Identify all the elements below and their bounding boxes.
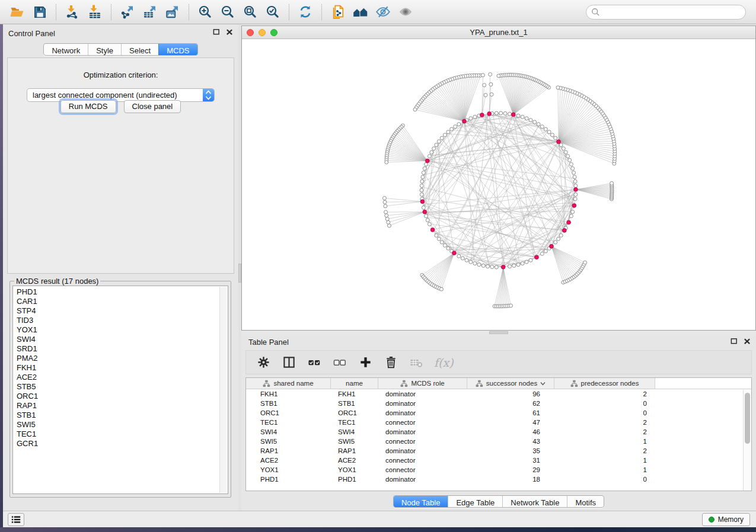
table-row[interactable]: FKH1FKH1dominator962 bbox=[246, 389, 751, 399]
float-panel-icon[interactable] bbox=[213, 28, 220, 36]
table-row[interactable]: PHD1PHD1dominator180 bbox=[246, 475, 751, 484]
splitter-grip[interactable] bbox=[489, 331, 508, 334]
float-panel-icon[interactable] bbox=[731, 338, 738, 345]
mcds-result-item[interactable]: TID3 bbox=[17, 316, 228, 325]
memory-button[interactable]: Memory bbox=[702, 513, 750, 526]
table-row[interactable]: TEC1TEC1connector472 bbox=[246, 418, 751, 427]
close-panel-icon[interactable] bbox=[744, 338, 751, 345]
table-cell: PHD1 bbox=[246, 475, 331, 484]
plus-icon bbox=[359, 355, 372, 369]
mcds-result-item[interactable]: PMA2 bbox=[17, 354, 228, 363]
tab-motifs[interactable]: Motifs bbox=[567, 496, 604, 507]
mcds-result-item[interactable]: CAR1 bbox=[17, 297, 228, 306]
tab-select[interactable]: Select bbox=[121, 44, 158, 55]
export-table-button[interactable] bbox=[141, 2, 160, 21]
mcds-result-item[interactable]: ACE2 bbox=[17, 373, 228, 382]
column-header-predecessor-nodes[interactable]: predecessor nodes bbox=[554, 378, 655, 389]
table-row[interactable]: RAP1RAP1dominator352 bbox=[246, 446, 751, 456]
result-list-scrollbar[interactable] bbox=[219, 287, 227, 493]
export-network-button[interactable] bbox=[118, 2, 137, 21]
table-settings-button[interactable] bbox=[256, 355, 271, 370]
tab-style[interactable]: Style bbox=[88, 44, 121, 55]
select-all-button[interactable] bbox=[307, 355, 322, 370]
attribute-tree-icon bbox=[263, 380, 270, 387]
tab-mcds[interactable]: MCDS bbox=[158, 44, 197, 55]
attribute-tree-icon bbox=[400, 380, 408, 387]
import-network-button[interactable] bbox=[63, 2, 82, 21]
tab-node-table[interactable]: Node Table bbox=[394, 496, 448, 507]
save-session-button[interactable] bbox=[30, 2, 49, 21]
table-cell: 35 bbox=[467, 446, 554, 456]
hide-selected-button[interactable] bbox=[374, 2, 393, 21]
table-row[interactable]: SWI4SWI4dominator462 bbox=[246, 427, 751, 437]
mcds-result-item[interactable]: PHD1 bbox=[17, 287, 228, 297]
tab-network[interactable]: Network bbox=[44, 44, 88, 55]
horizontal-splitter[interactable] bbox=[241, 331, 756, 335]
show-column-button[interactable] bbox=[281, 355, 296, 370]
main-toolbar bbox=[0, 0, 756, 24]
export-image-button[interactable] bbox=[163, 2, 182, 21]
search-input[interactable] bbox=[600, 8, 745, 17]
mcds-result-item[interactable]: RAP1 bbox=[17, 401, 228, 411]
mcds-result-item[interactable]: TEC1 bbox=[17, 430, 228, 439]
close-window-icon[interactable] bbox=[247, 29, 254, 36]
import-table-icon bbox=[87, 4, 103, 20]
column-header-shared-name[interactable]: shared name bbox=[246, 378, 331, 389]
table-row[interactable]: ACE2ACE2connector311 bbox=[246, 456, 751, 465]
table-cell: 43 bbox=[467, 437, 554, 446]
zoom-out-button[interactable] bbox=[218, 2, 237, 21]
column-header-name[interactable]: name bbox=[331, 378, 378, 389]
tab-edge-table[interactable]: Edge Table bbox=[448, 496, 502, 507]
table-row[interactable]: SWI5SWI5connector431 bbox=[246, 437, 751, 446]
mcds-result-item[interactable]: YOX1 bbox=[17, 325, 228, 335]
add-column-button[interactable] bbox=[358, 355, 373, 370]
open-session-button[interactable] bbox=[8, 2, 27, 21]
deselect-all-button[interactable] bbox=[332, 355, 347, 370]
column-header-MCDS-role[interactable]: MCDS role bbox=[378, 378, 467, 389]
table-cell: STB1 bbox=[331, 399, 378, 408]
mcds-result-item[interactable]: FKH1 bbox=[17, 363, 228, 373]
zoom-in-button[interactable] bbox=[196, 2, 215, 21]
mcds-result-item[interactable]: SRD1 bbox=[17, 344, 228, 354]
table-cell: 61 bbox=[467, 408, 554, 418]
close-panel-button[interactable]: Close panel bbox=[124, 100, 181, 113]
export-image-icon bbox=[165, 4, 180, 20]
select-all-icon bbox=[307, 355, 321, 370]
table-row[interactable]: ORC1ORC1dominator610 bbox=[246, 408, 751, 418]
network-canvas[interactable] bbox=[242, 39, 755, 330]
delete-column-button[interactable] bbox=[383, 355, 398, 370]
network-window-titlebar[interactable]: YPA_prune.txt_1 bbox=[242, 26, 755, 39]
show-panel-list-button[interactable] bbox=[8, 513, 24, 526]
zoom-fit-button[interactable] bbox=[241, 2, 260, 21]
column-label: predecessor nodes bbox=[581, 380, 639, 387]
zoom-selected-button[interactable] bbox=[263, 2, 282, 21]
tab-network-table[interactable]: Network Table bbox=[502, 496, 567, 507]
export-table-icon bbox=[142, 4, 158, 20]
apply-layout-button[interactable] bbox=[296, 2, 315, 21]
eye-slash-icon bbox=[375, 4, 391, 20]
mcds-result-item[interactable]: SWI4 bbox=[17, 335, 228, 344]
column-header-successor-nodes[interactable]: successor nodes bbox=[467, 378, 554, 389]
network-graph[interactable] bbox=[242, 39, 755, 330]
show-graphics-details-button[interactable] bbox=[396, 2, 415, 21]
table-row[interactable]: STB1STB1dominator620 bbox=[246, 399, 751, 408]
maximize-window-icon[interactable] bbox=[270, 29, 277, 36]
scrollbar-thumb[interactable] bbox=[745, 393, 750, 444]
mcds-result-item[interactable]: STB5 bbox=[17, 382, 228, 392]
mcds-result-item[interactable]: SWI5 bbox=[17, 420, 228, 430]
import-table-button[interactable] bbox=[85, 2, 104, 21]
table-panel-title: Table Panel bbox=[248, 338, 289, 347]
table-panel-tabs: Node TableEdge TableNetwork TableMotifs bbox=[393, 495, 604, 508]
minimize-window-icon[interactable] bbox=[259, 29, 266, 36]
mcds-result-item[interactable]: STP4 bbox=[17, 306, 228, 316]
mcds-result-item[interactable]: STB1 bbox=[17, 411, 228, 420]
close-panel-icon[interactable] bbox=[226, 28, 233, 36]
table-row[interactable]: YOX1YOX1connector291 bbox=[246, 465, 751, 475]
mcds-result-item[interactable]: ORC1 bbox=[17, 392, 228, 401]
new-network-from-selection-button[interactable] bbox=[328, 2, 347, 21]
mcds-result-item[interactable]: GCR1 bbox=[17, 439, 228, 448]
run-mcds-button[interactable]: Run MCDS bbox=[60, 100, 116, 113]
table-scrollbar[interactable] bbox=[743, 390, 751, 491]
show-all-button[interactable] bbox=[351, 2, 370, 21]
search-field[interactable] bbox=[586, 5, 746, 20]
